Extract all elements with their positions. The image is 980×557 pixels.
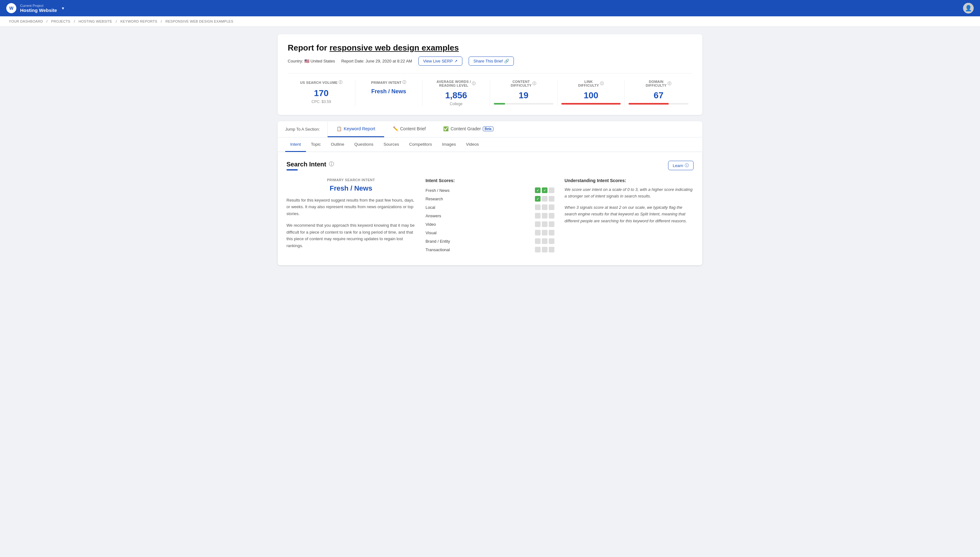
score-box: ✓ [535,196,541,202]
info-icon-intent[interactable]: ⓘ [329,161,334,168]
primary-intent-col: PRIMARY SEARCH INTENT Fresh / News Resul… [287,178,416,255]
primary-search-intent-label: PRIMARY SEARCH INTENT [287,178,416,182]
score-box [542,221,548,227]
score-boxes-transactional [535,247,554,252]
report-card: Report for responsive web design example… [278,34,702,115]
project-name: Hosting Website [20,8,57,13]
info-icon-domain-difficulty[interactable]: ⓘ [667,81,671,86]
breadcrumb-item-current: RESPONSIVE WEB DESIGN EXAMPLES [166,20,233,23]
score-row-local: Local [426,204,555,210]
sub-tab-intent[interactable]: Intent [285,137,306,152]
score-boxes-visual [535,230,554,236]
score-label-video: Video [426,222,463,227]
sub-tab-competitors[interactable]: Competitors [404,137,437,152]
top-navigation: W Current Project Hosting Website ▾ 👤 [0,0,980,16]
score-row-visual: Visual [426,230,555,236]
report-title: Report for responsive web design example… [288,43,692,53]
score-label-visual: Visual [426,230,463,235]
sub-tab-images[interactable]: Images [437,137,461,152]
avatar[interactable]: 👤 [963,3,974,13]
intent-heading: Search Intent ⓘ [287,161,334,168]
score-boxes-answers [535,213,554,218]
nav-left: W Current Project Hosting Website ▾ [6,3,64,13]
nav-project: Current Project Hosting Website [20,4,57,13]
jump-label: Jump To A Section: [278,122,328,137]
score-box [549,187,554,193]
domain-difficulty-bar [628,103,688,104]
score-box: ✓ [542,187,548,193]
heading-underline [287,169,298,171]
score-box [542,196,548,202]
metric-us-search-volume: US SEARCH VOLUME ⓘ 170 CPC: $3.59 [288,80,355,106]
breadcrumb-item-projects[interactable]: PROJECTS [51,20,70,23]
sub-tab-sources[interactable]: Sources [378,137,404,152]
understanding-title: Understanding Intent Scores: [564,178,693,183]
breadcrumb: YOUR DASHBOARD / PROJECTS / HOSTING WEBS… [0,16,980,27]
share-brief-button[interactable]: Share This Brief 🔗 [469,57,514,66]
score-box [549,230,554,236]
tab-content-grader[interactable]: ✅ Content Grader Beta [434,121,502,137]
learn-button[interactable]: Learn ⓘ [668,161,693,170]
sub-tab-topic[interactable]: Topic [306,137,326,152]
main-content: Report for responsive web design example… [270,27,710,273]
breadcrumb-item-keyword-reports[interactable]: KEYWORD REPORTS [120,20,157,23]
score-label-brand-entity: Brand / Entity [426,239,463,244]
link-difficulty-bar [561,103,621,104]
primary-intent-value[interactable]: Fresh / News [359,88,419,95]
intent-scores-title: Intent Scores: [426,178,555,183]
score-boxes-brand-entity [535,238,554,244]
jump-tabs-row: Jump To A Section: 📋 Keyword Report ✏️ C… [278,121,702,137]
score-box [542,213,548,218]
intent-grid: PRIMARY SEARCH INTENT Fresh / News Resul… [287,178,693,255]
info-icon-content-difficulty[interactable]: ⓘ [532,81,536,86]
score-row-brand-entity: Brand / Entity [426,238,555,244]
intent-scores-col: Intent Scores: Fresh / News ✓ ✓ [426,178,555,255]
score-box [549,213,554,218]
info-icon-primary-intent[interactable]: ⓘ [402,80,406,85]
report-keyword: responsive web design examples [329,43,459,52]
beta-badge: Beta [483,127,494,131]
info-icon-search-volume[interactable]: ⓘ [339,80,342,85]
score-row-video: Video [426,221,555,227]
score-box [542,204,548,210]
info-icon-link-difficulty[interactable]: ⓘ [600,81,604,86]
score-box [542,247,548,252]
score-box: ✓ [535,187,541,193]
project-label: Current Project [20,4,57,8]
learn-icon: ⓘ [685,163,689,168]
score-box [535,230,541,236]
score-boxes-research: ✓ [535,196,554,202]
score-row-research: Research ✓ [426,196,555,202]
breadcrumb-item-dashboard[interactable]: YOUR DASHBOARD [9,20,43,23]
primary-search-intent-value: Fresh / News [287,184,416,192]
score-box [549,196,554,202]
sub-tab-outline[interactable]: Outline [326,137,349,152]
score-label-local: Local [426,205,463,210]
score-box [542,230,548,236]
breadcrumb-item-hosting[interactable]: HOSTING WEBSITE [78,20,112,23]
sub-tab-videos[interactable]: Videos [461,137,484,152]
info-icon-avg-words[interactable]: ⓘ [472,81,476,86]
tab-content-brief[interactable]: ✏️ Content Brief [384,121,435,137]
content-area: Search Intent ⓘ Learn ⓘ PRIMARY SEARCH I [278,152,702,265]
score-label-answers: Answers [426,213,463,218]
content-difficulty-bar [494,103,553,104]
metric-domain-difficulty: DOMAINDIFFICULTY ⓘ 67 [625,80,692,106]
score-label-research: Research [426,197,463,201]
metric-primary-intent: PRIMARY INTENT ⓘ Fresh / News [355,80,423,106]
score-box [549,238,554,244]
sub-tabs-row: Intent Topic Outline Questions Sources C… [278,137,702,152]
metric-link-difficulty: LINKDIFFICULTY ⓘ 100 [558,80,625,106]
score-row-transactional: Transactional [426,247,555,252]
score-box [542,238,548,244]
chevron-down-icon[interactable]: ▾ [62,6,64,11]
tab-keyword-report[interactable]: 📋 Keyword Report [328,121,384,137]
view-live-serp-button[interactable]: View Live SERP ↗ [418,57,462,66]
score-box [535,213,541,218]
sub-tab-questions[interactable]: Questions [349,137,378,152]
link-icon: 🔗 [504,59,509,64]
score-box [535,204,541,210]
metric-avg-words: AVERAGE WORDS /READING LEVEL ⓘ 1,856 Col… [422,80,490,106]
intent-description-2: We recommend that you approach this keyw… [287,222,416,249]
score-box [549,221,554,227]
